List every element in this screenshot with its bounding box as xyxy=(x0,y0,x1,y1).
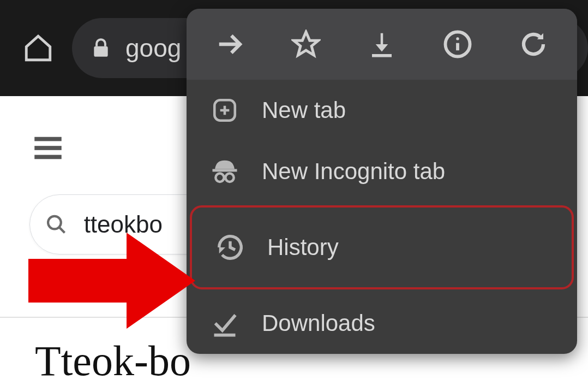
menu-item-label: New Incognito tab xyxy=(262,158,445,185)
incognito-icon xyxy=(209,156,240,187)
forward-button[interactable] xyxy=(213,27,248,62)
svg-rect-3 xyxy=(34,155,62,159)
home-icon xyxy=(22,32,54,64)
menu-item-label: History xyxy=(267,234,339,260)
menu-item-incognito[interactable]: New Incognito tab xyxy=(187,141,577,202)
svg-point-4 xyxy=(48,216,61,229)
download-icon xyxy=(367,29,397,59)
svg-rect-15 xyxy=(213,169,237,172)
menu-item-label: New tab xyxy=(262,97,346,123)
menu-item-history[interactable]: History xyxy=(190,205,574,289)
menu-item-label: Downloads xyxy=(262,310,375,336)
history-icon xyxy=(215,232,245,263)
checkmark-underline-icon xyxy=(209,308,240,339)
reload-icon xyxy=(519,29,548,59)
bookmark-button[interactable] xyxy=(289,27,323,62)
star-icon xyxy=(291,29,321,59)
svg-point-16 xyxy=(215,174,224,182)
hamburger-icon xyxy=(31,133,65,163)
plus-square-icon xyxy=(209,95,240,126)
svg-point-17 xyxy=(225,174,233,182)
home-button[interactable] xyxy=(21,31,56,66)
download-button[interactable] xyxy=(364,27,399,62)
reload-button[interactable] xyxy=(516,27,551,62)
lock-icon xyxy=(91,35,111,61)
search-icon xyxy=(45,212,68,236)
svg-rect-0 xyxy=(94,46,107,57)
overflow-menu: New tab New Incognito tab History xyxy=(187,9,577,354)
hamburger-button[interactable] xyxy=(31,133,65,163)
menu-action-row xyxy=(187,9,577,80)
svg-rect-2 xyxy=(34,146,62,150)
menu-item-downloads[interactable]: Downloads xyxy=(187,293,577,354)
svg-rect-1 xyxy=(34,137,62,141)
menu-item-new-tab[interactable]: New tab xyxy=(187,80,577,141)
svg-marker-7 xyxy=(293,32,318,56)
page-title: Tteok-bo xyxy=(35,336,191,386)
omnibox-text: goog xyxy=(125,33,181,63)
info-button[interactable] xyxy=(440,27,475,62)
svg-line-5 xyxy=(59,227,64,233)
info-icon xyxy=(443,29,472,59)
svg-rect-8 xyxy=(372,54,392,57)
svg-point-11 xyxy=(456,37,459,40)
arrow-right-icon xyxy=(215,29,245,59)
